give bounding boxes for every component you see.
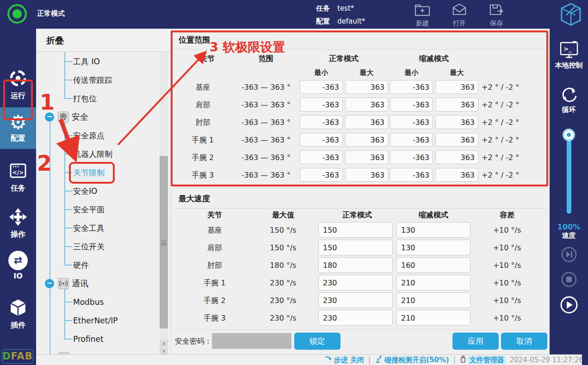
reduced-speed-input[interactable] [396, 240, 470, 255]
joint-range: -363 — 363 ° [234, 171, 298, 179]
normal-speed-input[interactable] [318, 275, 393, 291]
status-bar: 步进 关闭 | 碰撞检测开启(50%) | 文件管理器 2024-05-29 1… [36, 354, 588, 365]
max-speed-value: 150 °/s [241, 226, 325, 235]
speed-label: 速度 [550, 231, 588, 240]
tree-item-ethernet-ip[interactable]: EtherNet/IP [36, 313, 156, 328]
cube-icon [8, 310, 28, 319]
save-button[interactable]: 保存 [483, 3, 510, 28]
tree-item-safe-home[interactable]: 安全原点 [36, 128, 156, 143]
nav-item-task[interactable]: </> 任务 [0, 161, 36, 193]
tree-item-comm[interactable]: − 通讯 [36, 276, 156, 291]
normal-max-input[interactable] [345, 133, 388, 147]
reduced-speed-input[interactable] [396, 292, 470, 308]
step-mode-status[interactable]: 步进 关闭 [324, 356, 364, 365]
normal-min-input[interactable] [300, 98, 343, 111]
separator: | [453, 356, 456, 364]
tree-item-hardware[interactable]: 硬件 [36, 257, 156, 273]
normal-max-input[interactable] [345, 115, 388, 129]
joint-name: 手腕 2 [172, 153, 234, 163]
joint-name: 手腕 3 [172, 171, 234, 180]
nav-item-operate[interactable]: 操作 [0, 207, 36, 240]
reduced-max-input[interactable] [435, 98, 478, 111]
task-label: 任务 [316, 2, 334, 15]
reduced-min-input[interactable] [390, 133, 433, 147]
scroll-down-button[interactable]: ∨ [160, 347, 168, 354]
tree-item-joint-limit[interactable]: 关节限制 [36, 165, 156, 180]
col-header-tolerance: 容差 [470, 210, 544, 220]
config-value: default* [337, 17, 365, 25]
reduced-max-input[interactable] [435, 133, 478, 147]
local-control-terminal-icon[interactable]: >_ [550, 41, 588, 61]
nav-item-run[interactable]: 运行 [0, 68, 36, 101]
nav-item-io[interactable]: ⇄ IO [0, 251, 36, 280]
normal-speed-input[interactable] [318, 292, 393, 308]
scroll-up-button[interactable]: ∧ [160, 340, 168, 347]
reduced-min-input[interactable] [390, 98, 433, 111]
tree-item-partial[interactable] [36, 350, 156, 354]
joint-name: 肩部 [172, 100, 234, 110]
tree-item-pack[interactable]: 打包位 [36, 91, 156, 106]
file-manager-button[interactable]: 文件管理器 [460, 355, 506, 365]
tree-item-conveyor[interactable]: 传送带跟踪 [36, 72, 156, 88]
lock-button[interactable]: 锁定 [294, 333, 340, 350]
speed-slider-track[interactable] [567, 134, 571, 214]
reduced-max-input[interactable] [435, 80, 478, 94]
tree-item-safe-plane[interactable]: 安全平面 [36, 202, 156, 217]
tree-item-profinet[interactable]: Profinet [36, 331, 156, 347]
reduced-min-input[interactable] [390, 168, 433, 182]
normal-min-input[interactable] [300, 133, 343, 147]
collision-detect-status[interactable]: 碰撞检测开启(50%) [375, 355, 449, 365]
open-button[interactable]: 打开 [446, 3, 473, 28]
normal-max-input[interactable] [345, 150, 388, 164]
normal-max-input[interactable] [345, 168, 388, 182]
normal-speed-input[interactable] [318, 222, 393, 238]
collapse-minus-icon[interactable]: − [45, 279, 54, 288]
speed-slider-thumb[interactable] [563, 129, 575, 141]
reduced-max-input[interactable] [435, 168, 478, 182]
step-forward-button[interactable] [550, 246, 588, 265]
reduced-speed-input[interactable] [396, 275, 470, 291]
tree-item-tool-io[interactable]: 工具 IO [36, 54, 156, 69]
nav-item-config[interactable]: ⚙ 配置 [0, 107, 36, 149]
tree-item-three-pos-switch[interactable]: 三位开关 [36, 239, 156, 254]
tree-item-safe-tool[interactable]: 安全工具 [36, 220, 156, 236]
safety-password-input[interactable] [212, 333, 291, 349]
normal-speed-input[interactable] [318, 240, 393, 255]
apply-button[interactable]: 应用 [452, 333, 499, 350]
tree-collapse-header[interactable]: 折叠 [36, 29, 171, 52]
col-header-normal: 正常模式 [321, 210, 394, 220]
tree-item-modbus[interactable]: Modbus [36, 294, 156, 310]
normal-min-input[interactable] [300, 80, 343, 94]
tree-item-robot-limit[interactable]: 机器人限制 [36, 146, 156, 162]
reduced-min-input[interactable] [390, 150, 433, 164]
max-speed-value: 180 °/s [241, 261, 325, 270]
collapse-minus-icon[interactable]: − [45, 112, 54, 122]
reduced-speed-input[interactable] [396, 222, 470, 238]
reduced-speed-input[interactable] [396, 257, 470, 273]
cancel-button[interactable]: 取消 [501, 333, 547, 350]
tree-item-safe-io[interactable]: 安全IO [36, 183, 156, 199]
loop-icon[interactable] [550, 85, 588, 107]
normal-max-input[interactable] [345, 80, 388, 94]
tree-scrollbar[interactable]: ∧ ∨ [160, 52, 168, 354]
reduced-min-input[interactable] [390, 115, 433, 129]
reduced-speed-input[interactable] [396, 310, 470, 326]
tolerance-suffix: +2 ° / -2 ° [482, 153, 546, 162]
normal-min-input[interactable] [300, 168, 343, 182]
normal-max-input[interactable] [345, 98, 388, 111]
move-cross-icon [8, 220, 28, 229]
new-button[interactable]: 新建 [409, 3, 436, 28]
normal-speed-input[interactable] [318, 310, 393, 326]
reduced-max-input[interactable] [435, 115, 478, 129]
tolerance-value: +10 °/s [470, 296, 544, 305]
tree-item-safety[interactable]: − 安全 [36, 109, 156, 125]
play-button[interactable] [550, 296, 588, 316]
normal-min-input[interactable] [300, 115, 343, 129]
normal-speed-input[interactable] [318, 257, 393, 273]
normal-min-input[interactable] [300, 150, 343, 164]
reduced-min-input[interactable] [390, 80, 433, 94]
reduced-max-input[interactable] [435, 150, 478, 164]
stop-button[interactable] [550, 271, 588, 290]
tree-scrollbar-thumb[interactable] [160, 156, 168, 328]
nav-item-plugin[interactable]: 插件 [0, 298, 36, 330]
